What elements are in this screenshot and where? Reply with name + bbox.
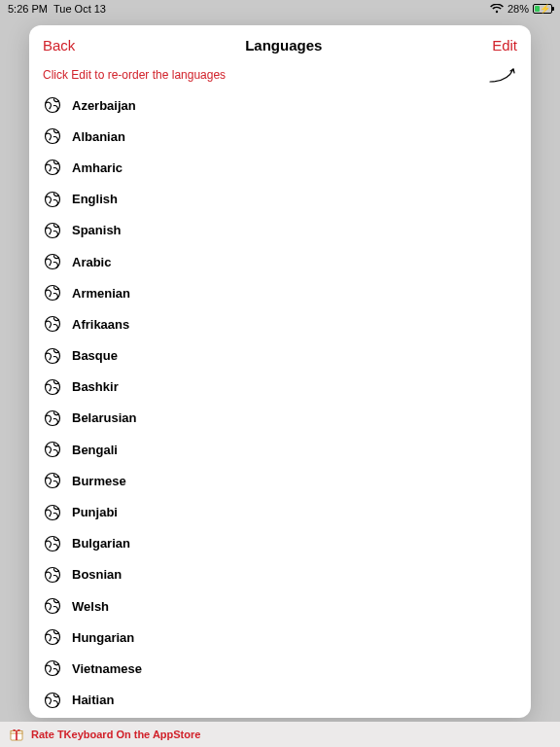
list-item[interactable]: Azerbaijan — [29, 89, 531, 121]
language-label: Bosnian — [72, 567, 122, 582]
language-label: Haitian — [72, 693, 114, 707]
globe-icon — [43, 596, 62, 616]
languages-modal: Back Languages Edit Click Edit to re-ord… — [29, 25, 531, 718]
list-item[interactable]: Vietnamese — [29, 653, 531, 684]
list-item[interactable]: Burmese — [29, 465, 531, 496]
globe-icon — [43, 503, 62, 522]
language-label: Basque — [72, 348, 118, 363]
battery-percent: 28% — [508, 3, 529, 15]
language-label: Afrikaans — [72, 317, 129, 332]
list-item[interactable]: Galician — [29, 716, 531, 718]
list-item[interactable]: English — [29, 184, 531, 215]
globe-icon — [43, 658, 62, 678]
hint-row: Click Edit to re-order the languages — [29, 64, 531, 89]
list-item[interactable]: Arabic — [29, 246, 531, 277]
edit-button[interactable]: Edit — [492, 37, 517, 53]
globe-icon — [43, 221, 62, 240]
list-item[interactable]: Spanish — [29, 215, 531, 246]
globe-icon — [43, 471, 62, 490]
globe-icon — [43, 691, 62, 710]
language-label: Punjabi — [72, 505, 118, 519]
language-label: Bulgarian — [72, 536, 130, 551]
list-item[interactable]: Afrikaans — [29, 308, 531, 339]
globe-icon — [43, 440, 62, 459]
language-label: Burmese — [72, 474, 126, 488]
footer-banner[interactable]: Rate TKeyboard On the AppStore — [0, 722, 560, 747]
language-label: Bengali — [72, 443, 118, 457]
list-item[interactable]: Belarusian — [29, 403, 531, 434]
list-item[interactable]: Armenian — [29, 277, 531, 308]
globe-icon — [43, 346, 62, 366]
globe-icon — [43, 409, 62, 428]
language-label: Azerbaijan — [72, 98, 136, 113]
status-date: Tue Oct 13 — [53, 3, 106, 15]
globe-icon — [43, 126, 62, 146]
status-time: 5:26 PM — [8, 3, 48, 15]
list-item[interactable]: Haitian — [29, 685, 531, 716]
svg-rect-23 — [16, 731, 18, 741]
list-item[interactable]: Punjabi — [29, 496, 531, 527]
list-item[interactable]: Hungarian — [29, 622, 531, 653]
globe-icon — [43, 158, 62, 177]
list-item[interactable]: Albanian — [29, 121, 531, 152]
back-button[interactable]: Back — [43, 37, 75, 53]
nav-bar: Back Languages Edit — [29, 25, 531, 64]
footer-text: Rate TKeyboard On the AppStore — [31, 729, 200, 740]
globe-icon — [43, 377, 62, 397]
gift-icon — [10, 728, 23, 741]
globe-icon — [43, 627, 62, 647]
list-item[interactable]: Amharic — [29, 152, 531, 183]
page-title: Languages — [75, 37, 492, 53]
list-item[interactable]: Bulgarian — [29, 528, 531, 559]
language-list[interactable]: Azerbaijan Albanian Amharic English Span… — [29, 89, 531, 718]
globe-icon — [43, 190, 62, 209]
language-label: English — [72, 192, 118, 206]
status-bar: 5:26 PM Tue Oct 13 28% ⚡ — [0, 0, 560, 18]
list-item[interactable]: Basque — [29, 340, 531, 372]
globe-icon — [43, 252, 62, 271]
language-label: Belarusian — [72, 410, 136, 425]
language-label: Amharic — [72, 160, 122, 175]
language-label: Arabic — [72, 255, 111, 269]
language-label: Armenian — [72, 286, 130, 301]
wifi-icon — [490, 4, 504, 14]
list-item[interactable]: Bengali — [29, 434, 531, 465]
hint-text: Click Edit to re-order the languages — [43, 68, 226, 82]
language-label: Spanish — [72, 223, 122, 237]
language-label: Welsh — [72, 599, 109, 614]
globe-icon — [43, 534, 62, 553]
language-label: Vietnamese — [72, 661, 142, 676]
globe-icon — [43, 283, 62, 302]
globe-icon — [43, 314, 62, 334]
battery-icon: ⚡ — [533, 4, 552, 14]
list-item[interactable]: Welsh — [29, 590, 531, 622]
language-label: Albanian — [72, 129, 125, 144]
globe-icon — [43, 95, 62, 115]
list-item[interactable]: Bosnian — [29, 559, 531, 590]
globe-icon — [43, 565, 62, 585]
list-item[interactable]: Bashkir — [29, 372, 531, 403]
language-label: Hungarian — [72, 630, 134, 645]
language-label: Bashkir — [72, 379, 119, 394]
hint-arrow-icon — [488, 66, 517, 84]
